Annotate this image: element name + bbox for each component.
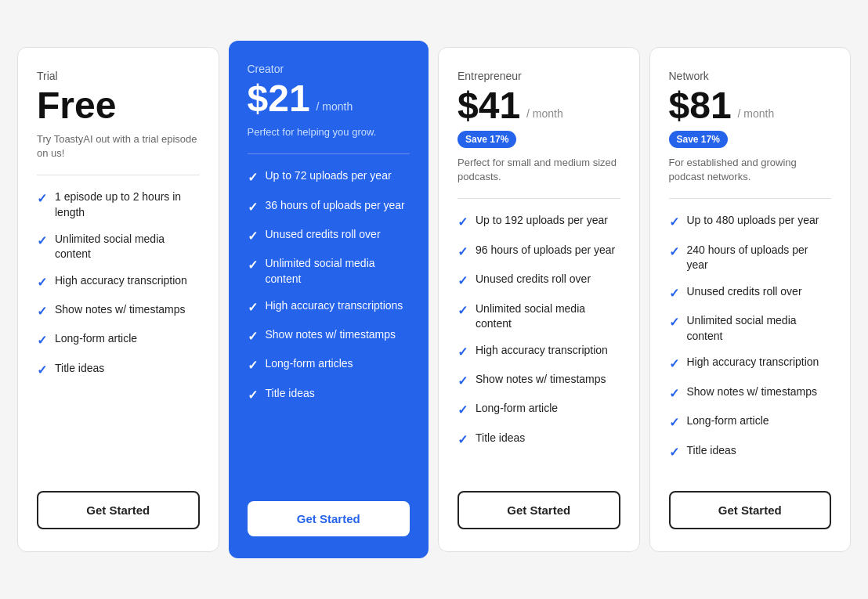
plan-price-creator: $21	[248, 80, 310, 117]
plan-price-trial: Free	[37, 87, 116, 124]
feature-text-network-7: Title ideas	[687, 443, 736, 459]
list-item: ✓Unused credits roll over	[458, 272, 620, 290]
plan-price-network: $81	[669, 87, 732, 124]
feature-text-network-4: High accuracy transcription	[687, 355, 819, 370]
feature-text-creator-3: Unlimited social media content	[266, 256, 410, 287]
list-item: ✓Up to 480 uploads per year	[669, 213, 832, 231]
plan-price-row-network: $81/ monthSave 17%	[669, 87, 832, 148]
plan-period-entrepreneur: / month	[526, 107, 563, 120]
feature-text-trial-4: Long-form article	[55, 331, 137, 347]
list-item: ✓96 hours of uploads per year	[458, 243, 620, 261]
check-icon: ✓	[669, 244, 679, 261]
feature-text-entrepreneur-4: High accuracy transcription	[476, 343, 608, 359]
check-icon: ✓	[669, 314, 679, 331]
check-icon: ✓	[37, 274, 47, 291]
feature-text-creator-2: Unused credits roll over	[266, 227, 381, 243]
plan-divider-entrepreneur	[458, 198, 620, 199]
check-icon: ✓	[669, 385, 679, 402]
feature-text-network-5: Show notes w/ timestamps	[687, 384, 818, 400]
feature-text-entrepreneur-0: Up to 192 uploads per year	[476, 213, 608, 229]
list-item: ✓High accuracy transcription	[37, 273, 200, 291]
check-icon: ✓	[37, 332, 47, 349]
list-item: ✓High accuracy transcriptions	[248, 298, 410, 316]
get-started-button-creator[interactable]: Get Started	[248, 501, 410, 536]
plan-description-creator: Perfect for helping you grow.	[248, 125, 410, 139]
list-item: ✓Unlimited social media content	[669, 313, 832, 344]
check-icon: ✓	[248, 169, 258, 186]
feature-text-entrepreneur-7: Title ideas	[476, 431, 525, 446]
pricing-container: TrialFreeTry ToastyAI out with a trial e…	[13, 41, 855, 558]
list-item: ✓1 episode up to 2 hours in length	[37, 189, 200, 220]
list-item: ✓Show notes w/ timestamps	[458, 372, 620, 390]
list-item: ✓Title ideas	[669, 443, 832, 461]
check-icon: ✓	[458, 402, 468, 419]
features-list-entrepreneur: ✓Up to 192 uploads per year✓96 hours of …	[458, 213, 620, 472]
list-item: ✓Title ideas	[37, 361, 200, 379]
check-icon: ✓	[248, 299, 258, 316]
plan-divider-trial	[37, 175, 200, 175]
feature-text-trial-1: Unlimited social media content	[55, 232, 200, 262]
plan-price-row-entrepreneur: $41/ monthSave 17%	[458, 87, 620, 148]
feature-text-creator-5: Show notes w/ timestamps	[266, 327, 396, 343]
list-item: ✓Unused credits roll over	[248, 227, 410, 245]
feature-text-trial-3: Show notes w/ timestamps	[55, 302, 186, 318]
plan-description-trial: Try ToastyAI out with a trial episode on…	[37, 132, 200, 161]
list-item: ✓36 hours of uploads per year	[248, 198, 410, 216]
get-started-button-entrepreneur[interactable]: Get Started	[458, 491, 620, 529]
feature-text-entrepreneur-6: Long-form article	[476, 401, 558, 417]
check-icon: ✓	[37, 190, 47, 207]
check-icon: ✓	[458, 344, 468, 361]
list-item: ✓Long-form article	[37, 331, 200, 349]
plan-label-trial: Trial	[37, 70, 200, 82]
save-badge-network: Save 17%	[669, 131, 728, 148]
check-icon: ✓	[669, 414, 679, 431]
plan-label-entrepreneur: Entrepreneur	[458, 70, 620, 82]
list-item: ✓Title ideas	[458, 431, 620, 449]
feature-text-entrepreneur-2: Unused credits roll over	[476, 272, 591, 287]
features-list-creator: ✓Up to 72 uploads per year✓36 hours of u…	[248, 168, 410, 482]
plan-label-network: Network	[669, 70, 832, 82]
plan-card-network: Network$81/ monthSave 17%For established…	[649, 47, 852, 552]
plan-card-trial: TrialFreeTry ToastyAI out with a trial e…	[17, 47, 219, 552]
plan-description-network: For established and growing podcast netw…	[669, 156, 832, 184]
plan-price-row-creator: $21/ month	[248, 80, 410, 117]
save-badge-entrepreneur: Save 17%	[458, 131, 516, 148]
feature-text-network-3: Unlimited social media content	[687, 313, 832, 344]
check-icon: ✓	[458, 244, 468, 261]
features-list-network: ✓Up to 480 uploads per year✓240 hours of…	[669, 213, 832, 472]
feature-text-network-1: 240 hours of uploads per year	[687, 243, 832, 273]
get-started-button-network[interactable]: Get Started	[669, 491, 832, 529]
list-item: ✓240 hours of uploads per year	[669, 243, 832, 273]
feature-text-creator-6: Long-form articles	[266, 356, 353, 372]
feature-text-network-6: Long-form article	[687, 413, 769, 429]
check-icon: ✓	[248, 199, 258, 216]
check-icon: ✓	[248, 257, 258, 274]
plan-description-entrepreneur: Perfect for small and medium sized podca…	[458, 156, 620, 184]
plan-price-entrepreneur: $41	[458, 87, 520, 124]
list-item: ✓Up to 192 uploads per year	[458, 213, 620, 231]
plan-price-row-trial: Free	[37, 87, 200, 124]
list-item: ✓Show notes w/ timestamps	[669, 384, 832, 402]
check-icon: ✓	[669, 214, 679, 231]
feature-text-entrepreneur-3: Unlimited social media content	[476, 301, 620, 332]
list-item: ✓High accuracy transcription	[458, 343, 620, 361]
get-started-button-trial[interactable]: Get Started	[37, 491, 200, 529]
list-item: ✓High accuracy transcription	[669, 355, 832, 373]
check-icon: ✓	[458, 373, 468, 390]
list-item: ✓Long-form articles	[248, 356, 410, 374]
check-icon: ✓	[248, 228, 258, 245]
feature-text-entrepreneur-1: 96 hours of uploads per year	[476, 243, 615, 258]
plan-card-entrepreneur: Entrepreneur$41/ monthSave 17%Perfect fo…	[438, 47, 640, 552]
list-item: ✓Up to 72 uploads per year	[248, 168, 410, 186]
list-item: ✓Unused credits roll over	[669, 284, 832, 302]
list-item: ✓Long-form article	[458, 401, 620, 419]
feature-text-creator-1: 36 hours of uploads per year	[266, 198, 405, 214]
feature-text-trial-0: 1 episode up to 2 hours in length	[55, 189, 200, 220]
check-icon: ✓	[669, 355, 679, 373]
features-list-trial: ✓1 episode up to 2 hours in length✓Unlim…	[37, 189, 200, 472]
check-icon: ✓	[248, 328, 258, 345]
list-item: ✓Show notes w/ timestamps	[37, 302, 200, 320]
check-icon: ✓	[458, 272, 468, 290]
feature-text-network-2: Unused credits roll over	[687, 284, 802, 300]
plan-divider-network	[669, 198, 832, 199]
